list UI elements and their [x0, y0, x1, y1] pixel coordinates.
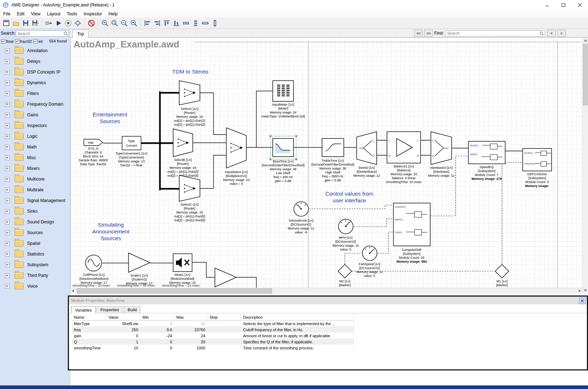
open-button[interactable]	[11, 19, 21, 28]
menu-help[interactable]: Help	[105, 11, 121, 17]
module-treble-tone[interactable]	[322, 138, 344, 157]
sidebar-item[interactable]: Sinks	[0, 206, 70, 217]
sidebar-item[interactable]: Spatial	[0, 238, 70, 249]
horizontal-scrollbar[interactable]	[70, 288, 582, 293]
sidebar-item[interactable]: Sources	[0, 227, 70, 238]
sidebar-item[interactable]: Third Party	[0, 270, 70, 281]
module-m1-marker[interactable]	[495, 264, 509, 278]
sidebar-item[interactable]: Multirate	[0, 185, 70, 195]
filter-checkbox-item[interactable]: fract32	[15, 39, 32, 44]
expand-plus-icon[interactable]	[5, 273, 10, 278]
expand-plus-icon[interactable]	[5, 123, 10, 128]
sidebar-item[interactable]: Mixers	[0, 163, 70, 174]
connect-button[interactable]	[44, 19, 54, 28]
module-dspc-volume[interactable]: Audio1Volume2	[522, 148, 552, 171]
expand-plus-icon[interactable]	[5, 241, 10, 246]
sidebar-item[interactable]: DSP Concepts IP	[0, 67, 70, 77]
checkbox-checked-icon[interactable]	[33, 39, 37, 44]
expand-plus-icon[interactable]	[5, 252, 10, 257]
tab-build[interactable]: Build	[124, 306, 141, 313]
module-compute-snr[interactable]: Volume1MPH2FAN3	[393, 203, 431, 246]
find-next-button[interactable]: >>	[424, 30, 433, 37]
module-selectC[interactable]	[179, 175, 200, 202]
menu-layout[interactable]: Layout	[44, 11, 64, 17]
sidebar-item[interactable]: Logic	[0, 131, 70, 142]
zoom-page-button[interactable]	[110, 19, 119, 28]
module-input-meter[interactable]	[272, 80, 294, 102]
module-volume-knob[interactable]	[293, 201, 309, 217]
module-interleave3[interactable]: LR	[431, 131, 452, 165]
filter-checkbox-item[interactable]: float	[1, 39, 14, 44]
menu-view[interactable]: View	[28, 11, 44, 17]
sidebar-item[interactable]: Misc	[0, 152, 70, 163]
module-cell-phone[interactable]	[85, 254, 102, 272]
expand-plus-icon[interactable]	[5, 145, 10, 150]
checkbox-checked-icon[interactable]	[1, 39, 5, 44]
menu-edit[interactable]: Edit	[14, 11, 28, 17]
zoom-out-button[interactable]	[119, 19, 129, 28]
scroll-up-arrow-icon[interactable]	[584, 39, 587, 41]
titlebar[interactable]: AWE Designer - AutoAmp_Example.awd (Rele…	[0, 0, 588, 10]
module-speed-eq[interactable]: Audio1SNR2	[468, 141, 506, 164]
sidebar-item[interactable]: Frequency Domain	[0, 99, 70, 110]
expand-plus-icon[interactable]	[5, 81, 10, 85]
design-canvas[interactable]: AutoAmp_Example.awd TDM to Stereo Entert…	[70, 37, 582, 293]
save-button[interactable]	[21, 19, 30, 28]
module-input-select[interactable]	[226, 127, 247, 168]
table-row[interactable]: freq 250 9.6 23760 Cutoff frequency of t…	[72, 327, 354, 333]
module-unlabeled-scaler[interactable]	[215, 268, 237, 287]
tab-top[interactable]: Top	[72, 30, 89, 37]
sidebar-item[interactable]: Dynamics	[0, 77, 70, 88]
minimize-button[interactable]	[539, 0, 555, 10]
expand-plus-icon[interactable]	[5, 70, 10, 75]
tab-scroll-left-button[interactable]: <	[547, 30, 556, 37]
horizontal-scroll-thumb[interactable]	[77, 288, 272, 294]
table-row[interactable]: smoothingTime 10 0 1000 Time constant of…	[72, 345, 354, 351]
expand-plus-icon[interactable]	[5, 231, 10, 235]
zoom-selection-button[interactable]	[129, 19, 139, 28]
distribute-vertical-button[interactable]	[191, 19, 200, 28]
table-row[interactable]: filterType ShelfLow 0 22 Selects the typ…	[72, 320, 354, 327]
sidebar-item[interactable]: Annotation	[0, 45, 70, 56]
expand-plus-icon[interactable]	[5, 198, 10, 203]
align-bottom-button[interactable]	[171, 19, 181, 28]
expand-plus-icon[interactable]	[5, 209, 10, 214]
sidebar-item[interactable]: Delays	[0, 56, 70, 67]
expand-plus-icon[interactable]	[5, 166, 10, 171]
sidebar-item[interactable]: Sound Design	[0, 217, 70, 227]
menu-inspector[interactable]: Inspector	[80, 11, 105, 17]
vertical-scroll-thumb[interactable]	[583, 44, 588, 105]
run-button[interactable]	[54, 19, 63, 28]
module-bass-tone[interactable]	[272, 138, 294, 157]
distribute-horizontal-button[interactable]	[181, 19, 191, 28]
table-row[interactable]: gain 0 -24 24 Amount of boost or cut to …	[72, 333, 354, 339]
expand-plus-icon[interactable]	[5, 134, 10, 139]
sidebar-item[interactable]: Gains	[0, 110, 70, 120]
sidebar-item[interactable]: Voice	[0, 281, 70, 292]
vertical-scrollbar[interactable]	[582, 37, 588, 293]
sidebar-item[interactable]: Inspectors	[0, 120, 70, 131]
module-mute1[interactable]	[173, 253, 192, 272]
module-balance1[interactable]: LRLR	[387, 131, 421, 163]
expand-plus-icon[interactable]	[5, 220, 10, 224]
expand-plus-icon[interactable]	[5, 177, 10, 182]
new-button[interactable]	[1, 19, 11, 28]
sidebar-item[interactable]: Math	[0, 142, 70, 152]
close-button[interactable]	[572, 0, 588, 10]
module-selectA[interactable]	[179, 80, 200, 105]
scroll-down-arrow-icon[interactable]	[584, 289, 587, 292]
properties-panel-header[interactable]: Module Properties: BassTone	[69, 297, 587, 304]
expand-plus-icon[interactable]	[5, 59, 10, 64]
menu-tools[interactable]: Tools	[64, 11, 80, 17]
stop-button[interactable]	[63, 19, 73, 28]
scroll-left-arrow-icon[interactable]	[72, 289, 74, 292]
sidebar-item[interactable]: Subsystem	[0, 259, 70, 270]
module-fan-speed[interactable]	[362, 245, 378, 261]
find-input[interactable]	[445, 30, 545, 36]
cell-value[interactable]: ShelfLow	[106, 322, 140, 326]
match-width-button[interactable]	[200, 19, 210, 28]
sidebar-item[interactable]: Filters	[0, 88, 70, 99]
module-deint2[interactable]: LR	[356, 131, 377, 165]
align-top-button[interactable]	[162, 19, 171, 28]
align-right-button[interactable]	[152, 19, 162, 28]
